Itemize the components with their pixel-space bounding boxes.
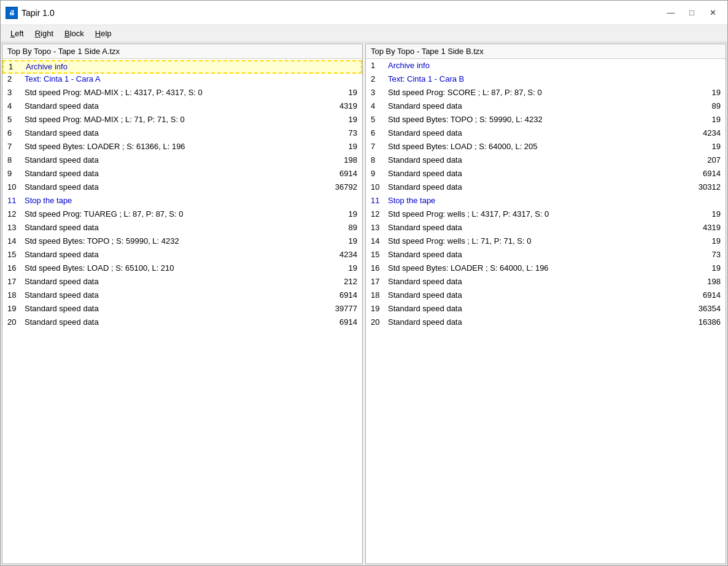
list-item[interactable]: 10Standard speed data36792 (2, 182, 362, 195)
item-value: 36354 (690, 304, 721, 313)
item-label: Text: Cinta 1 - Cara B (388, 74, 721, 83)
list-item[interactable]: 20Standard speed data6914 (2, 317, 362, 330)
list-item[interactable]: 18Standard speed data6914 (366, 290, 726, 303)
list-item[interactable]: 10Standard speed data30312 (366, 182, 726, 195)
list-item[interactable]: 12Std speed Prog: TUAREG ; L: 87, P: 87,… (2, 209, 362, 222)
list-item[interactable]: 19Standard speed data36354 (366, 303, 726, 317)
list-item[interactable]: 11Stop the tape (366, 195, 726, 209)
list-item[interactable]: 13Standard speed data89 (2, 222, 362, 236)
item-label: Standard speed data (25, 317, 327, 327)
item-value: 198 (690, 277, 721, 286)
list-item[interactable]: 2Text: Cinta 1 - Cara A (2, 74, 362, 87)
list-item[interactable]: 14Std speed Prog: wells ; L: 71, P: 71, … (366, 236, 726, 249)
menu-left[interactable]: Left (6, 28, 29, 39)
list-item[interactable]: 13Standard speed data4319 (366, 222, 726, 236)
item-value: 19 (327, 236, 357, 246)
item-number: 1 (9, 62, 26, 71)
item-label: Standard speed data (388, 128, 690, 138)
item-label: Standard speed data (388, 290, 690, 300)
close-button[interactable]: ✕ (703, 6, 722, 20)
list-item[interactable]: 19Standard speed data39777 (2, 303, 362, 317)
item-label: Standard speed data (388, 223, 690, 232)
item-label: Std speed Bytes: LOADER ; S: 64000, L: 1… (388, 263, 690, 273)
item-number: 7 (7, 142, 25, 151)
list-item[interactable]: 8Standard speed data198 (2, 155, 362, 168)
list-item[interactable]: 17Standard speed data198 (366, 276, 726, 290)
item-label: Stop the tape (388, 196, 721, 205)
list-item[interactable]: 8Standard speed data207 (366, 155, 726, 168)
list-item[interactable]: 6Standard speed data73 (2, 128, 362, 141)
item-value: 6914 (327, 317, 357, 327)
item-label: Standard speed data (25, 128, 327, 138)
list-item[interactable]: 15Standard speed data73 (366, 249, 726, 263)
list-item[interactable]: 4Standard speed data89 (366, 101, 726, 114)
list-item[interactable]: 6Standard speed data4234 (366, 128, 726, 141)
list-item[interactable]: 7Std speed Bytes: LOADER ; S: 61366, L: … (2, 141, 362, 155)
right-panel: Top By Topo - Tape 1 Side B.tzx 1Archive… (365, 44, 726, 564)
list-item[interactable]: 17Standard speed data212 (2, 276, 362, 290)
list-item[interactable]: 16Std speed Bytes: LOAD ; S: 65100, L: 2… (2, 263, 362, 276)
item-number: 3 (7, 88, 25, 97)
list-item[interactable]: 3Std speed Prog: MAD-MIX ; L: 4317, P: 4… (2, 87, 362, 101)
item-number: 16 (371, 263, 388, 273)
list-item[interactable]: 18Standard speed data6914 (2, 290, 362, 303)
item-number: 10 (7, 182, 25, 192)
item-label: Standard speed data (388, 277, 690, 286)
left-panel-content: 1Archive info2Text: Cinta 1 - Cara A3Std… (2, 59, 362, 564)
item-label: Standard speed data (388, 101, 690, 110)
item-number: 17 (371, 277, 388, 286)
list-item[interactable]: 3Std speed Prog: SCORE ; L: 87, P: 87, S… (366, 87, 726, 101)
list-item[interactable]: 15Standard speed data4234 (2, 249, 362, 263)
item-number: 6 (371, 128, 388, 138)
list-item[interactable]: 14Std speed Bytes: TOPO ; S: 59990, L: 4… (2, 236, 362, 249)
item-number: 18 (7, 290, 25, 300)
list-item[interactable]: 9Standard speed data6914 (2, 168, 362, 182)
list-item[interactable]: 9Standard speed data6914 (366, 168, 726, 182)
item-value: 4319 (327, 101, 357, 110)
list-item[interactable]: 16Std speed Bytes: LOADER ; S: 64000, L:… (366, 263, 726, 276)
item-label: Standard speed data (25, 223, 327, 232)
item-value: 19 (690, 142, 721, 151)
item-number: 17 (7, 277, 25, 286)
title-left: 🖨 Tapir 1.0 (6, 7, 55, 19)
item-label: Standard speed data (388, 304, 690, 313)
item-number: 4 (7, 101, 25, 110)
item-value: 6914 (327, 169, 357, 178)
item-label: Standard speed data (25, 277, 327, 286)
list-item[interactable]: 7Std speed Bytes: LOAD ; S: 64000, L: 20… (366, 141, 726, 155)
minimize-button[interactable]: — (661, 6, 681, 20)
item-number: 5 (371, 115, 388, 124)
list-item[interactable]: 4Standard speed data4319 (2, 101, 362, 114)
item-number: 18 (371, 290, 388, 300)
item-number: 19 (371, 304, 388, 313)
item-number: 8 (371, 155, 388, 165)
item-value: 198 (327, 155, 357, 165)
item-label: Standard speed data (25, 304, 327, 313)
item-number: 9 (7, 169, 25, 178)
list-item[interactable]: 20Standard speed data16386 (366, 317, 726, 330)
item-value: 6914 (690, 169, 721, 178)
list-item[interactable]: 1Archive info (366, 60, 726, 74)
item-number: 5 (7, 115, 25, 124)
item-value: 19 (327, 88, 357, 97)
list-item[interactable]: 5Std speed Prog: MAD-MIX ; L: 71, P: 71,… (2, 114, 362, 128)
item-label: Standard speed data (25, 155, 327, 165)
item-value: 19 (690, 263, 721, 273)
right-panel-content: 1Archive info2Text: Cinta 1 - Cara B3Std… (366, 59, 726, 564)
item-label: Standard speed data (25, 169, 327, 178)
list-item[interactable]: 12Std speed Prog: wells ; L: 4317, P: 43… (366, 209, 726, 222)
item-label: Stop the tape (25, 196, 357, 205)
list-item[interactable]: 5Std speed Bytes: TOPO ; S: 59990, L: 42… (366, 114, 726, 128)
item-value: 19 (690, 209, 721, 219)
menu-block[interactable]: Block (60, 28, 89, 39)
list-item[interactable]: 2Text: Cinta 1 - Cara B (366, 74, 726, 87)
menu-right[interactable]: Right (30, 28, 58, 39)
item-number: 2 (371, 74, 388, 83)
list-item[interactable]: 11Stop the tape (2, 195, 362, 209)
maximize-button[interactable]: □ (682, 6, 702, 20)
menu-help[interactable]: Help (90, 28, 117, 39)
app-icon: 🖨 (6, 7, 18, 19)
list-item[interactable]: 1Archive info (2, 60, 362, 74)
item-label: Std speed Prog: TUAREG ; L: 87, P: 87, S… (25, 209, 327, 219)
item-number: 13 (7, 223, 25, 232)
